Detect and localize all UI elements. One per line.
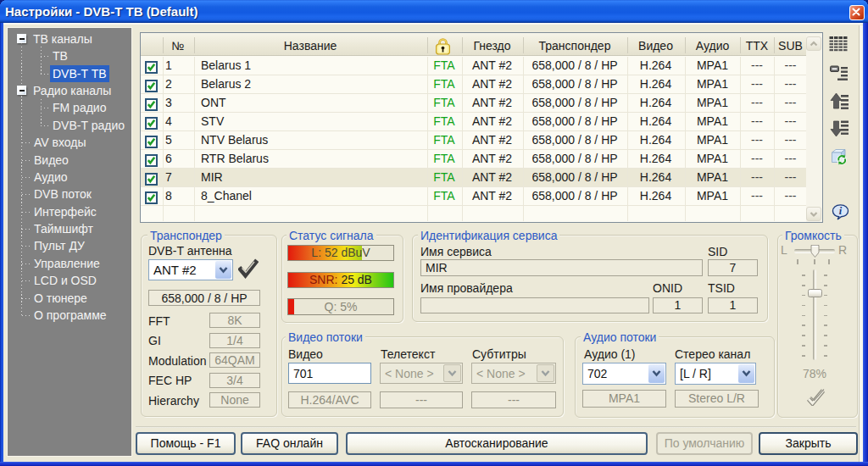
svg-text:i: i [839,205,843,217]
